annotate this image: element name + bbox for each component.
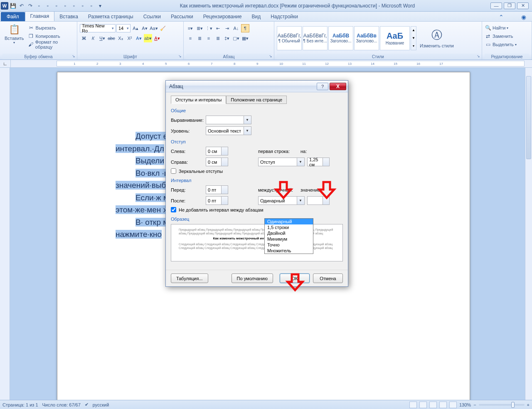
dialog-titlebar[interactable]: Абзац ? X xyxy=(166,81,348,92)
minimize-button[interactable]: — xyxy=(490,2,502,9)
strike-icon[interactable]: abc xyxy=(107,34,116,42)
default-button[interactable]: По умолчанию xyxy=(232,273,273,283)
dropdown-option[interactable]: Множитель xyxy=(265,248,313,254)
tab-references[interactable]: Ссылки xyxy=(138,12,166,21)
view-read-icon[interactable] xyxy=(419,402,427,408)
dialog-tab-indents[interactable]: Отступы и интервалы xyxy=(171,96,226,104)
dec-indent-icon[interactable]: ⇤ xyxy=(214,24,222,32)
paragraph-marks-icon[interactable]: ¶ xyxy=(241,24,249,32)
spellcheck-icon[interactable]: ✔ xyxy=(85,402,89,407)
cancel-button[interactable]: Отмена xyxy=(313,273,343,283)
dialog-help-button[interactable]: ? xyxy=(317,83,328,90)
tab-addins[interactable]: Надстройки xyxy=(266,12,303,21)
clear-format-icon[interactable]: 🧹 xyxy=(159,24,167,32)
dropdown-option[interactable]: 1,5 строки xyxy=(265,224,313,230)
doc-text[interactable]: нажмите·кно xyxy=(116,230,162,239)
help-icon[interactable]: ◉ xyxy=(519,13,529,21)
view-web-icon[interactable] xyxy=(429,402,437,408)
view-outline-icon[interactable] xyxy=(439,402,447,408)
mirror-indents-checkbox[interactable] xyxy=(171,168,176,174)
tab-home[interactable]: Главная xyxy=(25,11,55,21)
qat-btn[interactable]: ▫ xyxy=(52,2,61,10)
indent-right-spinner[interactable]: 0 см xyxy=(206,158,228,166)
tab-view[interactable]: Вид xyxy=(246,12,266,21)
tab-selector[interactable]: ∟ xyxy=(0,60,11,67)
style-normal[interactable]: АаБбВвГг,¶ Обычный xyxy=(277,26,302,50)
select-button[interactable]: ▭Выделить▾ xyxy=(485,41,517,48)
alignment-combo[interactable]: ▼ xyxy=(206,116,251,124)
text-effects-icon[interactable]: A▾ xyxy=(135,34,143,42)
dropdown-option[interactable]: Минимум xyxy=(265,236,313,242)
view-print-icon[interactable] xyxy=(409,402,417,408)
qat-more-icon[interactable]: ▾ xyxy=(96,2,104,10)
save-icon[interactable]: 💾 xyxy=(9,2,17,10)
subscript-icon[interactable]: X₂ xyxy=(116,34,125,42)
status-page[interactable]: Страница: 1 из 1 xyxy=(2,402,38,407)
firstline-by-spinner[interactable]: 1,25 см xyxy=(307,158,330,166)
tab-file[interactable]: Файл xyxy=(1,12,25,21)
indent-left-spinner[interactable]: 0 см xyxy=(206,147,228,155)
redo-icon[interactable]: ↷ xyxy=(26,2,34,10)
zoom-thumb[interactable] xyxy=(511,402,515,408)
doc-text[interactable]: интервал.·Дл xyxy=(116,144,164,153)
firstline-combo[interactable]: Отступ▼ xyxy=(258,158,305,166)
line-spacing-icon[interactable]: ‡▾ xyxy=(223,34,231,42)
italic-icon[interactable]: К xyxy=(89,34,97,42)
space-before-spinner[interactable]: 0 пт xyxy=(206,185,228,194)
tab-layout[interactable]: Разметка страницы xyxy=(83,12,138,21)
style-heading2[interactable]: АаБбВвЗаголово... xyxy=(354,26,379,50)
scroll-thumb[interactable] xyxy=(526,76,531,159)
font-family-combo[interactable]: Times New Ro xyxy=(80,24,116,32)
tab-mailings[interactable]: Рассылки xyxy=(166,12,198,21)
numbering-icon[interactable]: ≣▾ xyxy=(195,24,204,32)
align-right-icon[interactable]: ≡ xyxy=(204,34,213,42)
borders-icon[interactable]: ▦▾ xyxy=(241,34,249,42)
inc-indent-icon[interactable]: ⇥ xyxy=(223,24,231,32)
qat-btn[interactable]: ▫ xyxy=(44,2,52,10)
justify-icon[interactable]: ≣ xyxy=(214,34,222,42)
replace-button[interactable]: ⇄Заменить xyxy=(485,32,513,40)
view-draft-icon[interactable] xyxy=(449,402,457,408)
qat-btn[interactable]: ▫ xyxy=(61,2,69,10)
maximize-button[interactable]: ❐ xyxy=(504,2,515,9)
style-nospacing[interactable]: АаБбВвГг,¶ Без инте... xyxy=(303,26,328,50)
sort-icon[interactable]: A↓ xyxy=(232,24,240,32)
close-button[interactable]: ✕ xyxy=(517,2,529,9)
styles-up-icon[interactable]: ▲ xyxy=(412,28,415,32)
qat-btn[interactable]: ▫ xyxy=(70,2,78,10)
tab-insert[interactable]: Вставка xyxy=(54,12,83,21)
space-after-spinner[interactable]: 0 пт xyxy=(206,196,228,205)
qat-btn[interactable]: ▫ xyxy=(87,2,96,10)
superscript-icon[interactable]: X² xyxy=(126,34,134,42)
shrink-font-icon[interactable]: A▾ xyxy=(140,24,149,32)
shading-icon[interactable]: ▢▾ xyxy=(232,34,240,42)
find-button[interactable]: 🔍Найти▾ xyxy=(485,24,508,32)
qat-btn[interactable]: ▫ xyxy=(35,2,43,10)
grow-font-icon[interactable]: A▴ xyxy=(131,24,140,32)
dropdown-option[interactable]: Одинарный xyxy=(265,219,313,224)
multilevel-icon[interactable]: ⋮▾ xyxy=(204,24,213,32)
dialog-launcher-icon[interactable]: ↘ xyxy=(475,53,481,59)
qat-btn[interactable]: ▫ xyxy=(79,2,87,10)
change-styles-button[interactable]: Ⓐ Изменить стили xyxy=(417,26,456,50)
zoom-in-icon[interactable]: + xyxy=(527,402,530,407)
dropdown-option[interactable]: Точно xyxy=(265,242,313,248)
tab-review[interactable]: Рецензирование xyxy=(198,12,247,21)
horizontal-ruler[interactable]: 1234567891011121314151617 xyxy=(57,61,525,67)
ribbon-minimize-icon[interactable]: ⌃ xyxy=(496,13,506,21)
dialog-launcher-icon[interactable]: ↘ xyxy=(177,53,182,59)
status-words[interactable]: Число слов: 67/67 xyxy=(42,402,81,407)
dialog-launcher-icon[interactable]: ↘ xyxy=(71,53,76,59)
style-title[interactable]: АаБНазвание xyxy=(380,26,410,50)
dialog-launcher-icon[interactable]: ↘ xyxy=(268,53,273,59)
vertical-scrollbar[interactable] xyxy=(525,68,532,400)
cut-button[interactable]: ✂Вырезать xyxy=(28,24,74,32)
undo-icon[interactable]: ↶ xyxy=(17,2,26,10)
doc-text[interactable]: значений·выб xyxy=(116,181,166,190)
vertical-ruler[interactable] xyxy=(0,68,10,400)
styles-down-icon[interactable]: ▼ xyxy=(412,36,415,40)
tabs-button[interactable]: Табуляция... xyxy=(171,273,208,283)
copy-button[interactable]: ❐Копировать xyxy=(28,32,74,40)
dialog-close-button[interactable]: X xyxy=(330,83,346,90)
doc-text[interactable]: Выдели xyxy=(135,156,164,165)
